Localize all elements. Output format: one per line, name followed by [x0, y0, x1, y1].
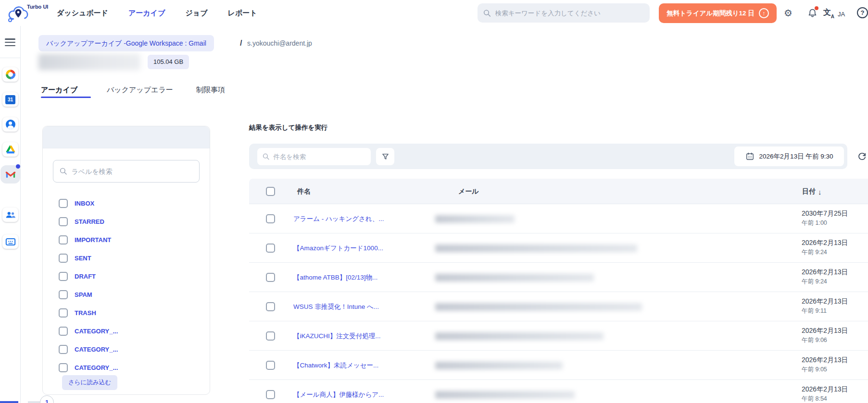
row-time: 午前 9:11: [802, 307, 827, 315]
translate-icon: 文A: [823, 8, 831, 18]
row-date: 2026年2月13日: [802, 297, 848, 306]
label-item-8: CATEGORY_...: [43, 340, 210, 358]
labels-panel: INBOXSTARREDIMPORTANTSENTDRAFTSPAMTRASHC…: [42, 126, 210, 395]
row-checkbox[interactable]: [266, 244, 275, 253]
rail-item-calendar[interactable]: 31: [2, 92, 18, 107]
subject-search-input[interactable]: [273, 153, 365, 160]
row-subject-link[interactable]: 【メール商人】伊藤様からア...: [293, 391, 384, 399]
menu-hamburger-icon[interactable]: [5, 38, 15, 46]
column-subject[interactable]: 件名: [297, 187, 311, 196]
row-subject-link[interactable]: アラーム - ハッキングされ、...: [293, 215, 384, 223]
label-checkbox[interactable]: [59, 235, 68, 244]
tab-backup-errors[interactable]: バックアップエラー: [107, 85, 173, 95]
table-row-0: アラーム - ハッキングされ、...2030年7月25日午前 1:00: [249, 204, 868, 233]
redacted-email: [435, 274, 594, 281]
breadcrumb-primary[interactable]: バックアップアーカイブ -Google Workspace : Gmail: [38, 35, 214, 51]
redacted-email: [435, 303, 642, 311]
rail-item-contacts[interactable]: [2, 117, 18, 132]
label-checkbox[interactable]: [59, 345, 68, 354]
gmail-active-dot: [16, 164, 20, 169]
table-row-2: 【athome ATBB】[02/13]物...2026年2月13日午前 9:2…: [249, 263, 868, 292]
label-checkbox[interactable]: [59, 199, 68, 208]
row-date: 2026年2月13日: [802, 239, 848, 247]
tab-limitations[interactable]: 制限事項: [196, 85, 225, 95]
label-checkbox[interactable]: [59, 254, 68, 263]
column-date[interactable]: 日付 ↓: [802, 187, 822, 196]
subject-search[interactable]: [257, 148, 371, 165]
table-body: アラーム - ハッキングされ、...2030年7月25日午前 1:00【Amaz…: [249, 204, 868, 403]
label-checkbox[interactable]: [59, 327, 68, 336]
label-item-2: IMPORTANT: [43, 231, 210, 249]
active-tab-underline: [41, 97, 91, 98]
label-name[interactable]: DRAFT: [75, 273, 96, 280]
row-time: 午前 1:00: [802, 219, 827, 227]
label-list: INBOXSTARREDIMPORTANTSENTDRAFTSPAMTRASHC…: [43, 194, 210, 377]
filter-button[interactable]: [376, 148, 394, 165]
load-more-button[interactable]: さらに読み込む: [62, 375, 117, 390]
pagination-page-1[interactable]: 1: [40, 395, 54, 403]
rail-item-drive[interactable]: [2, 142, 18, 157]
table-row-1: 【Amazonギフトカード1000...2026年2月13日午前 9:24: [249, 233, 868, 263]
rail-item-groups[interactable]: [2, 208, 18, 222]
label-checkbox[interactable]: [59, 272, 68, 281]
label-name[interactable]: IMPORTANT: [75, 236, 111, 244]
tab-archive[interactable]: アーカイブ: [41, 85, 77, 95]
label-item-4: DRAFT: [43, 267, 210, 285]
label-name[interactable]: CATEGORY_...: [75, 328, 118, 335]
rail-item-board[interactable]: [2, 234, 18, 249]
global-search-input[interactable]: [495, 10, 644, 17]
rail-item-google[interactable]: [2, 67, 18, 82]
label-name[interactable]: STARRED: [75, 218, 104, 225]
notifications-bell-icon[interactable]: [806, 7, 818, 19]
row-checkbox[interactable]: [266, 302, 275, 311]
language-code: JA: [838, 11, 845, 18]
label-checkbox[interactable]: [59, 290, 68, 299]
redacted-email: [435, 244, 637, 252]
row-checkbox[interactable]: [266, 273, 275, 282]
label-name[interactable]: TRASH: [75, 309, 96, 317]
label-checkbox[interactable]: [59, 308, 68, 318]
settings-gear-icon[interactable]: ⚙: [782, 7, 794, 19]
nav-item-3[interactable]: レポート: [228, 9, 257, 18]
global-search[interactable]: [478, 3, 650, 23]
label-name[interactable]: CATEGORY_...: [75, 346, 118, 353]
nav-item-1[interactable]: アーカイブ: [128, 9, 165, 18]
row-subject-link[interactable]: WSUS 非推奨化！Intune へ...: [293, 303, 379, 311]
row-subject-link[interactable]: 【Chatwork】未読メッセー...: [293, 361, 378, 370]
row-checkbox[interactable]: [266, 390, 275, 399]
label-checkbox[interactable]: [59, 217, 68, 226]
row-checkbox[interactable]: [266, 331, 275, 341]
help-icon[interactable]: ?: [857, 7, 868, 18]
label-item-0: INBOX: [43, 194, 210, 212]
date-filter[interactable]: 2026年2月13日 午前 9:30: [734, 147, 844, 166]
select-all-checkbox[interactable]: [266, 187, 275, 196]
language-switcher[interactable]: 文A JA: [823, 8, 845, 18]
row-checkbox[interactable]: [266, 214, 275, 223]
label-search[interactable]: [53, 160, 200, 183]
label-name[interactable]: INBOX: [75, 200, 94, 207]
refresh-button[interactable]: [852, 147, 868, 166]
column-mail[interactable]: メール: [458, 187, 479, 196]
row-subject-link[interactable]: 【athome ATBB】[02/13]物...: [293, 273, 377, 282]
label-name[interactable]: SPAM: [75, 291, 92, 298]
storage-size-badge: 105.04 GB: [148, 55, 189, 69]
row-subject-link[interactable]: 【Amazonギフトカード1000...: [293, 244, 383, 253]
calendar-icon: [745, 152, 755, 161]
brand-name: Turbo UI: [27, 4, 48, 10]
trial-countdown-button[interactable]: 無料トライアル期間残り12 日 ↑: [659, 3, 777, 23]
pagination-line: [28, 402, 40, 403]
gmail-icon: [5, 171, 16, 179]
breadcrumb-separator: /: [240, 35, 242, 51]
label-name[interactable]: CATEGORY_...: [75, 364, 118, 371]
label-search-input[interactable]: [72, 168, 193, 175]
label-checkbox[interactable]: [59, 363, 68, 372]
calendar-icon: 31: [5, 95, 15, 104]
redacted-email: [435, 215, 515, 223]
row-checkbox[interactable]: [266, 361, 275, 370]
rail-item-gmail[interactable]: [2, 167, 18, 182]
row-subject-link[interactable]: 【iKAZUCHI】注文受付処理...: [293, 332, 381, 341]
nav-item-2[interactable]: ジョブ: [186, 9, 208, 18]
label-name[interactable]: SENT: [75, 255, 91, 262]
nav-item-0[interactable]: ダッシュボード: [57, 9, 108, 18]
sort-desc-icon[interactable]: ↓: [818, 188, 822, 196]
